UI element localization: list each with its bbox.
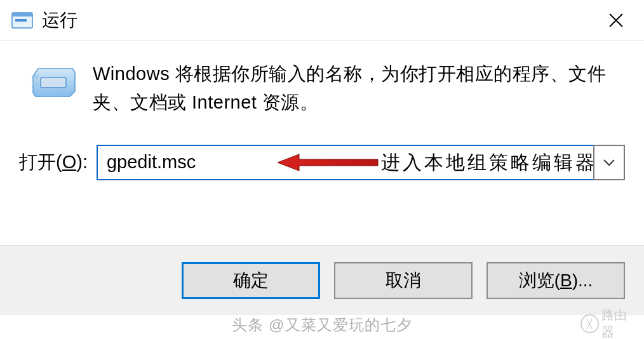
- watermark-icon: ╳: [580, 314, 599, 333]
- description-text: Windows 将根据你所输入的名称，为你打开相应的程序、文件夹、文档或 Int…: [93, 60, 625, 117]
- svg-rect-6: [41, 77, 66, 88]
- description-row: Windows 将根据你所输入的名称，为你打开相应的程序、文件夹、文档或 Int…: [19, 60, 625, 117]
- attribution-text: 头条 @又菜又爱玩的七夕: [0, 315, 644, 335]
- close-icon: [608, 12, 624, 29]
- close-button[interactable]: [603, 8, 629, 33]
- svg-rect-2: [15, 19, 27, 22]
- open-combobox: 进入本地组策略编辑器: [97, 145, 625, 180]
- svg-rect-1: [12, 13, 32, 17]
- open-input[interactable]: [97, 145, 593, 180]
- browse-button[interactable]: 浏览(B)...: [486, 262, 625, 299]
- run-app-icon: [11, 11, 33, 30]
- button-bar: 确定 取消 浏览(B)...: [0, 245, 644, 315]
- titlebar: 运行: [0, 0, 644, 41]
- ok-button[interactable]: 确定: [182, 262, 320, 299]
- open-label: 打开(O):: [19, 150, 88, 175]
- chevron-down-icon: [603, 159, 615, 166]
- cancel-button[interactable]: 取消: [334, 262, 473, 299]
- run-large-icon: [32, 63, 76, 99]
- watermark: ╳ 路由器: [580, 310, 638, 338]
- open-row: 打开(O): 进入本地组策略编辑器: [19, 145, 625, 180]
- window-title: 运行: [42, 8, 77, 32]
- dialog-body: Windows 将根据你所输入的名称，为你打开相应的程序、文件夹、文档或 Int…: [0, 41, 644, 193]
- combo-dropdown-button[interactable]: [593, 145, 625, 180]
